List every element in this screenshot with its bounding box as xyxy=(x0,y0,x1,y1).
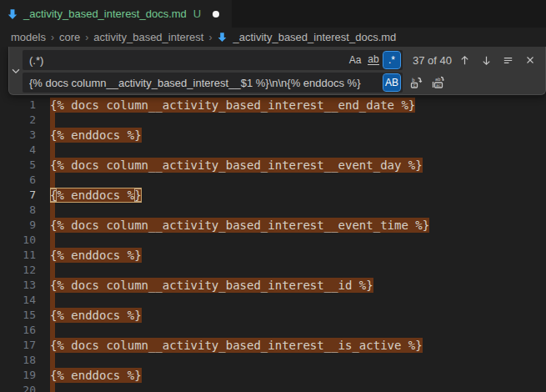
line-number[interactable]: 17 xyxy=(0,338,36,353)
line-content: {% enddocs %} xyxy=(50,248,142,263)
breadcrumb-item-models[interactable]: models xyxy=(11,31,46,43)
line-number[interactable]: 18 xyxy=(0,353,36,368)
unsaved-changes-dot[interactable] xyxy=(213,11,219,18)
editor-line[interactable]: 19{% enddocs %} xyxy=(0,368,546,383)
editor-line[interactable]: 7{% enddocs %} xyxy=(0,188,546,203)
close-icon xyxy=(524,54,536,66)
line-content xyxy=(50,113,55,128)
line-number[interactable]: 9 xyxy=(0,218,36,233)
bracket-match: } xyxy=(134,188,141,202)
editor-line[interactable]: 2 xyxy=(0,113,546,128)
line-number[interactable]: 2 xyxy=(0,113,36,128)
editor-line[interactable]: 14 xyxy=(0,293,546,308)
editor-line[interactable]: 4 xyxy=(0,143,546,158)
replace-input[interactable]: {% docs column__activity_based_interest_… xyxy=(23,73,403,93)
find-match-highlight xyxy=(50,233,55,248)
next-match-button[interactable] xyxy=(478,52,495,69)
find-match-highlight: {% enddocs %} xyxy=(50,308,142,323)
regex-toggle[interactable]: .* xyxy=(383,52,400,68)
editor-line[interactable]: 16 xyxy=(0,323,546,338)
svg-text:ab: ab xyxy=(435,77,441,82)
replace-row: {% docs column__activity_based_interest_… xyxy=(23,73,538,93)
find-match-highlight xyxy=(50,203,55,218)
vscode-window: { "tab": { "filename": "_activity_based_… xyxy=(0,0,546,392)
find-input[interactable]: (.*) Aa ab .* xyxy=(23,50,403,70)
match-case-toggle[interactable]: Aa xyxy=(347,52,363,68)
line-number[interactable]: 15 xyxy=(0,308,36,323)
svg-text:ac: ac xyxy=(436,83,441,88)
line-content xyxy=(50,233,55,248)
line-number[interactable]: 16 xyxy=(0,323,36,338)
previous-match-button[interactable] xyxy=(456,52,473,69)
line-number[interactable]: 7 xyxy=(0,188,36,203)
svg-text:b: b xyxy=(412,77,415,83)
breadcrumb-item-file[interactable]: _activity_based_interest_docs.md xyxy=(233,31,396,43)
replace-button[interactable]: b c xyxy=(407,74,424,92)
line-number[interactable]: 14 xyxy=(0,293,36,308)
breadcrumb-separator: › xyxy=(85,32,88,43)
breadcrumb-item-core[interactable]: core xyxy=(59,31,80,43)
line-number[interactable]: 20 xyxy=(0,383,36,392)
find-match-highlight: {% enddocs %} xyxy=(50,248,142,263)
breadcrumb-item-folder[interactable]: activity_based_interest xyxy=(93,31,203,43)
line-number[interactable]: 13 xyxy=(0,278,36,293)
replace-icon: b c xyxy=(409,76,423,89)
tab-filename: _activity_based_interest_docs.md xyxy=(23,8,187,20)
editor-line[interactable]: 1{% docs column__activity_based_interest… xyxy=(0,98,546,113)
editor-line[interactable]: 9{% docs column__activity_based_interest… xyxy=(0,218,546,233)
selection-icon xyxy=(502,54,514,67)
line-content: {% docs column__activity_based_interest_… xyxy=(50,338,423,353)
preserve-case-toggle[interactable]: AB xyxy=(383,74,400,91)
find-match-current: {% enddocs %} xyxy=(50,188,142,203)
line-content xyxy=(50,203,55,218)
editor-line[interactable]: 10 xyxy=(0,233,546,248)
tab-active-file[interactable]: _activity_based_interest_docs.md U xyxy=(0,0,232,28)
editor-pane[interactable]: 1{% docs column__activity_based_interest… xyxy=(0,47,546,392)
line-number[interactable]: 19 xyxy=(0,368,36,383)
find-match-highlight xyxy=(50,113,55,128)
find-match-highlight xyxy=(50,353,55,368)
editor-line[interactable]: 13{% docs column__activity_based_interes… xyxy=(0,278,546,293)
editor-line[interactable]: 17{% docs column__activity_based_interes… xyxy=(0,338,546,353)
toggle-replace-button[interactable] xyxy=(9,47,23,94)
svg-text:c: c xyxy=(413,83,415,88)
line-number[interactable]: 3 xyxy=(0,128,36,143)
editor-line[interactable]: 12 xyxy=(0,263,546,278)
editor-line[interactable]: 3{% enddocs %} xyxy=(0,128,546,143)
line-number[interactable]: 8 xyxy=(0,203,36,218)
line-number[interactable]: 12 xyxy=(0,263,36,278)
find-match-highlight: {% docs column__activity_based_interest_… xyxy=(50,158,423,173)
find-match-highlight xyxy=(50,323,55,338)
line-content: {% enddocs %} xyxy=(50,368,142,383)
editor-lines: 1{% docs column__activity_based_interest… xyxy=(0,98,546,392)
line-content: {% enddocs %} xyxy=(50,128,142,143)
editor-line[interactable]: 8 xyxy=(0,203,546,218)
line-number[interactable]: 1 xyxy=(0,98,36,113)
close-find-button[interactable] xyxy=(521,52,538,69)
editor-line[interactable]: 20 xyxy=(0,383,546,392)
line-number[interactable]: 6 xyxy=(0,173,36,188)
markdown-file-icon xyxy=(217,32,228,43)
line-number[interactable]: 10 xyxy=(0,233,36,248)
line-content: {% enddocs %} xyxy=(50,308,142,323)
replace-all-button[interactable]: ab ac xyxy=(428,74,446,92)
breadcrumb-separator: › xyxy=(51,32,54,43)
editor-line[interactable]: 5{% docs column__activity_based_interest… xyxy=(0,158,546,173)
line-number[interactable]: 5 xyxy=(0,158,36,173)
match-text: % enddocs % xyxy=(57,188,134,202)
breadcrumb: models › core › activity_based_interest … xyxy=(0,28,546,47)
find-in-selection-button[interactable] xyxy=(499,52,517,69)
line-number[interactable]: 4 xyxy=(0,143,36,158)
editor-line[interactable]: 6 xyxy=(0,173,546,188)
find-match-highlight: {% docs column__activity_based_interest_… xyxy=(50,218,429,233)
line-number[interactable]: 11 xyxy=(0,248,36,263)
editor-line[interactable]: 15{% enddocs %} xyxy=(0,308,546,323)
arrow-up-icon xyxy=(458,54,471,67)
whole-word-toggle[interactable]: ab xyxy=(365,52,382,68)
find-match-highlight xyxy=(50,383,55,392)
line-content xyxy=(50,323,55,338)
tab-bar: _activity_based_interest_docs.md U xyxy=(0,0,546,28)
find-match-highlight xyxy=(50,263,55,278)
editor-line[interactable]: 18 xyxy=(0,353,546,368)
editor-line[interactable]: 11{% enddocs %} xyxy=(0,248,546,263)
